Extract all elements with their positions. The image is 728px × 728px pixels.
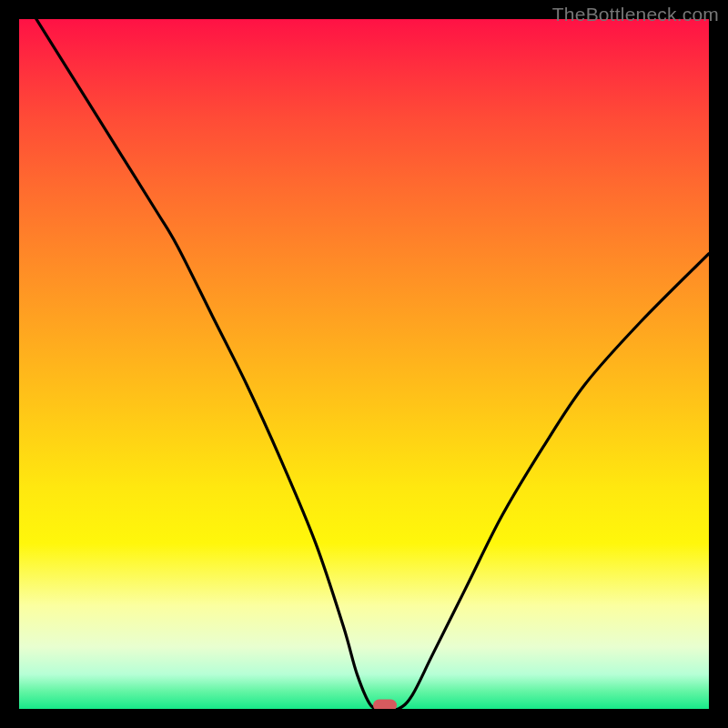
bottleneck-curve <box>19 19 709 709</box>
chart-frame: TheBottleneck.com <box>0 0 728 728</box>
plot-area <box>19 19 709 709</box>
optimal-point-marker <box>373 700 397 710</box>
watermark-text: TheBottleneck.com <box>552 4 719 25</box>
